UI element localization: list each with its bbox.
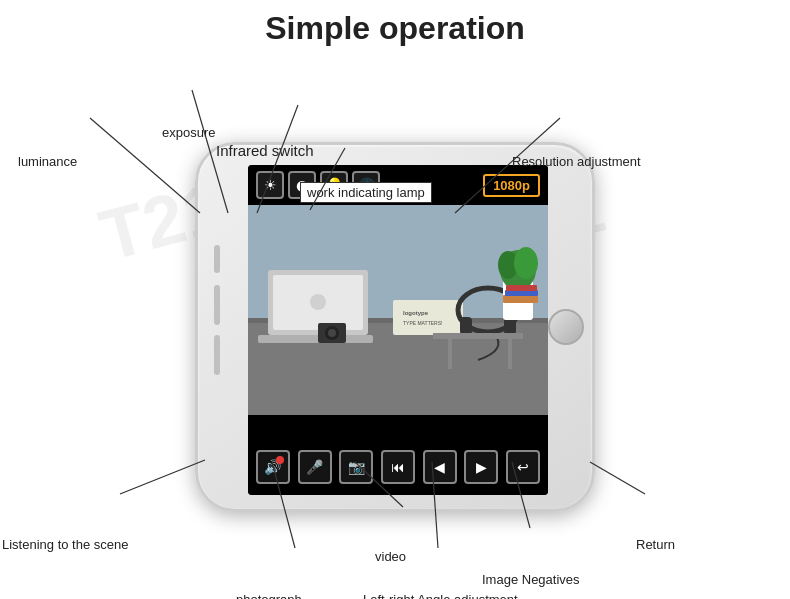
label-resolution-adjustment: Resolution adjustment <box>512 154 641 169</box>
speaker-icon-btn[interactable]: 🔊 <box>256 450 290 484</box>
phone-screen: ☀ ◐ 💡 🌑 1080p <box>248 165 548 495</box>
label-video: video <box>375 549 406 564</box>
svg-point-25 <box>328 329 336 337</box>
label-exposure: exposure <box>162 125 215 140</box>
label-listening: Listening to the scene <box>2 537 128 552</box>
brightness-icon[interactable]: ☀ <box>256 171 284 199</box>
svg-rect-14 <box>448 339 452 369</box>
side-button-volume-up <box>214 245 220 273</box>
svg-rect-13 <box>433 333 523 339</box>
svg-rect-7 <box>393 300 463 335</box>
svg-rect-20 <box>503 295 538 303</box>
microphone-icon-btn[interactable]: 🎤 <box>298 450 332 484</box>
svg-point-19 <box>514 247 538 279</box>
svg-text:logotype: logotype <box>403 310 429 316</box>
prev-icon-btn[interactable]: ◀ <box>423 450 457 484</box>
svg-rect-22 <box>506 285 537 291</box>
side-button-volume-down <box>214 285 220 325</box>
label-luminance: luminance <box>18 154 77 169</box>
label-image-negatives: Image Negatives <box>482 572 580 587</box>
resolution-badge[interactable]: 1080p <box>483 174 540 197</box>
page-title: Simple operation <box>0 0 790 47</box>
camera-view: logotype TYPE MATTERS! <box>248 205 548 415</box>
svg-rect-15 <box>508 339 512 369</box>
return-icon-btn[interactable]: ↩ <box>506 450 540 484</box>
desk-scene-svg: logotype TYPE MATTERS! <box>248 205 548 415</box>
home-button[interactable] <box>548 309 584 345</box>
side-button-power <box>214 335 220 375</box>
camera-icon-btn[interactable]: 📷 <box>339 450 373 484</box>
svg-rect-11 <box>460 317 472 335</box>
screen-bottom-bar: 🔊 🎤 📷 ⏮ ◀ ▶ ↩ <box>248 439 548 495</box>
skip-back-icon-btn[interactable]: ⏮ <box>381 450 415 484</box>
label-return: Return <box>636 537 675 552</box>
svg-point-5 <box>310 294 326 310</box>
svg-text:TYPE MATTERS!: TYPE MATTERS! <box>403 320 442 326</box>
label-work-indicating-lamp: work indicating lamp <box>300 182 432 203</box>
label-left-right-angle: Left-right Angle adjustment <box>363 592 518 599</box>
svg-rect-6 <box>258 335 373 343</box>
play-icon-btn[interactable]: ▶ <box>464 450 498 484</box>
label-infrared-switch: Infrared switch <box>216 142 314 159</box>
label-photograph: photograph <box>236 592 302 599</box>
